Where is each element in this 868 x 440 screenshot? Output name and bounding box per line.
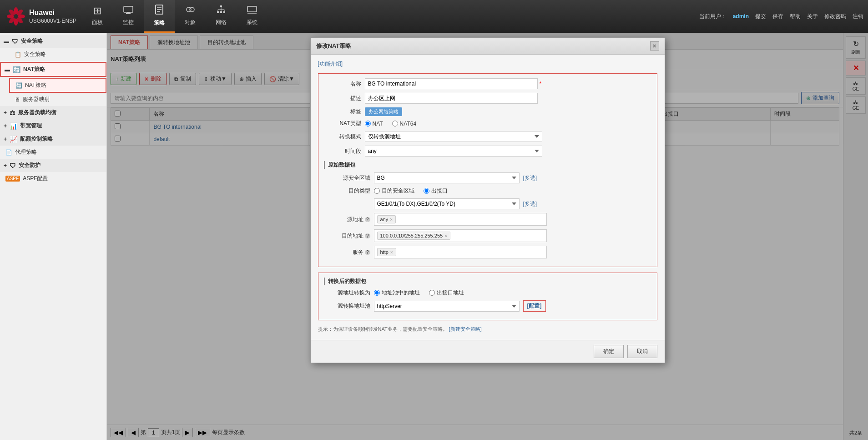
nav-policy-label: 策略 — [154, 19, 165, 27]
radio-dst-zone-input[interactable] — [374, 188, 380, 194]
huawei-logo-icon — [6, 7, 25, 26]
sidebar-item-quota[interactable]: + 📈 配额控制策略 — [0, 132, 106, 146]
form-row-name: 名称 * — [324, 78, 651, 89]
form-row-src-pool: 源转换地址池 httpServer [配置] — [324, 300, 651, 312]
help-btn[interactable]: 帮助 — [790, 13, 801, 20]
change-pwd-btn[interactable]: 修改密码 — [824, 13, 846, 20]
plus-icon: + — [4, 110, 7, 116]
time-select[interactable]: any — [365, 146, 542, 157]
nav-network[interactable]: 网络 — [206, 0, 237, 33]
nav-panel[interactable]: ⊞ 面板 — [82, 0, 113, 33]
ok-btn[interactable]: 确定 — [594, 345, 624, 358]
service-field[interactable]: http × — [374, 246, 547, 258]
form-row-conv-mode: 转换模式 仅转换源地址 — [324, 131, 651, 142]
network-icon — [216, 5, 226, 17]
svg-rect-18 — [217, 11, 219, 13]
form-row-nat-type: NAT类型 NAT NAT64 — [324, 120, 651, 127]
nav-policy[interactable]: 策略 — [144, 0, 175, 33]
radio-dst-iface-input[interactable] — [424, 188, 429, 194]
nav-items: ⊞ 面板 监控 策略 对象 网络 — [82, 0, 267, 33]
radio-nat64-label: NAT64 — [400, 121, 416, 127]
form-row-desc: 描述 — [324, 93, 651, 104]
desc-label: 描述 — [324, 95, 365, 102]
radio-iface-addr[interactable]: 出接口地址 — [429, 289, 464, 297]
radio-dst-zone-label: 目的安全区域 — [382, 187, 414, 195]
modal-title: 修改NAT策略 — [316, 42, 352, 50]
src-addr-help-icon[interactable]: ? — [365, 217, 370, 222]
radio-dst-iface[interactable]: 出接口 — [424, 187, 448, 195]
about-btn[interactable]: 关于 — [807, 13, 818, 20]
sidebar-item-aspf[interactable]: ASPF ASPF配置 — [0, 172, 106, 185]
logo-text: Huawei USG6000V1-ENSP — [29, 8, 76, 25]
modal-close-btn[interactable]: × — [650, 41, 659, 51]
sidebar-item-bandwidth[interactable]: + 📊 带宽管理 — [0, 119, 106, 132]
dst-addr-field[interactable]: 100.0.0.10/255.255.255.255 × — [374, 229, 547, 242]
dst-addr-help-icon[interactable]: ? — [365, 233, 370, 238]
radio-nat[interactable]: NAT — [365, 121, 383, 127]
config-btn[interactable]: [配置] — [523, 300, 546, 312]
radio-iface-addr-input[interactable] — [429, 290, 435, 296]
src-addr-remove[interactable]: × — [390, 217, 393, 222]
conv-mode-select[interactable]: 仅转换源地址 — [365, 131, 542, 142]
dst-value-select[interactable]: GE1/0/1(To DX),GE1/0/2(To YD) — [374, 198, 520, 209]
new-policy-link[interactable]: [新建安全策略] — [449, 326, 482, 332]
radio-addr-pool-label: 地址池中的地址 — [382, 289, 420, 297]
service-remove[interactable]: × — [390, 250, 393, 255]
hint-text: 提示：为保证设备顺利转发NAT业务，需要配置安全策略。 — [318, 326, 448, 332]
aspf-icon: ASPF — [5, 176, 20, 182]
sidebar-item-security-protect[interactable]: + 🛡 安全防护 — [0, 159, 106, 172]
service-help-icon[interactable]: ? — [365, 250, 370, 255]
nat-type-radio-group: NAT NAT64 — [365, 121, 417, 127]
src-addr-field[interactable]: any × — [374, 213, 547, 226]
original-section-title: 原始数据包 — [324, 161, 651, 169]
object-icon — [185, 5, 195, 17]
radio-dst-zone[interactable]: 目的安全区域 — [374, 187, 414, 195]
sidebar-item-proxy[interactable]: 📄 代理策略 — [0, 146, 106, 159]
src-zone-label: 源安全区域 — [324, 174, 374, 182]
name-input[interactable] — [365, 78, 538, 89]
sidebar-sub-security: 📋 安全策略 — [0, 48, 106, 61]
nat-minus-icon: ▬ — [5, 66, 10, 73]
sidebar-item-server-map[interactable]: 🖥 服务器映射 — [9, 93, 106, 106]
radio-nat-input[interactable] — [365, 121, 371, 126]
submit-btn[interactable]: 提交 — [755, 13, 766, 20]
dst-addr-tag: 100.0.0.10/255.255.255.255 × — [377, 232, 450, 240]
sidebar-item-security-policy[interactable]: ▬ 🛡 安全策略 — [0, 35, 106, 48]
radio-nat64-input[interactable] — [392, 121, 398, 126]
nav-system[interactable]: 系统 — [237, 0, 267, 33]
sidebar-item-server-lb[interactable]: + ⚖ 服务器负载均衡 — [0, 106, 106, 119]
sidebar-item-security-policy-sub[interactable]: 📋 安全策略 — [9, 48, 106, 61]
sidebar-item-nat-policy-sub[interactable]: 🔄 NAT策略 — [9, 78, 106, 93]
form-row-src-addr: 源地址 ? any × — [324, 213, 651, 226]
system-icon — [247, 5, 257, 17]
dst-addr-remove[interactable]: × — [444, 233, 447, 238]
modal-footer: 确定 取消 — [311, 340, 665, 363]
save-btn[interactable]: 保存 — [772, 13, 783, 20]
original-packet-section: 原始数据包 — [324, 161, 651, 169]
cancel-btn[interactable]: 取消 — [627, 345, 657, 358]
func-intro[interactable]: [功能介绍] — [318, 60, 657, 68]
src-pool-select[interactable]: httpServer — [374, 301, 520, 312]
form-row-dst-addr: 目的地址 ? 100.0.0.10/255.255.255.255 × — [324, 229, 651, 242]
form-row-tag: 标签 办公网络策略 — [324, 107, 651, 116]
sp-plus-icon: + — [4, 162, 7, 169]
radio-addr-pool[interactable]: 地址池中的地址 — [374, 289, 420, 297]
sidebar-item-nat-policy[interactable]: ▬ 🔄 NAT策略 — [0, 62, 106, 77]
sidebar-nat-policy-label: NAT策略 — [23, 66, 45, 73]
modal-header: 修改NAT策略 × — [311, 38, 665, 55]
src-pool-label: 源转换地址池 — [324, 302, 374, 310]
logout-btn[interactable]: 注销 — [853, 13, 863, 20]
svg-point-16 — [190, 7, 194, 12]
modify-nat-modal: 修改NAT策略 × [功能介绍] 名称 * 描述 标签 — [310, 37, 665, 363]
radio-dst-iface-label: 出接口 — [431, 187, 448, 195]
nav-object[interactable]: 对象 — [175, 0, 206, 33]
dst-multiselect-link[interactable]: [多选] — [520, 200, 537, 208]
desc-input[interactable] — [365, 93, 538, 104]
radio-nat64[interactable]: NAT64 — [392, 121, 416, 127]
dst-type-label: 目的类型 — [324, 187, 374, 195]
nav-monitor[interactable]: 监控 — [113, 0, 144, 33]
src-multiselect-link[interactable]: [多选] — [520, 174, 537, 182]
nav-object-label: 对象 — [185, 19, 196, 26]
src-zone-select[interactable]: BG — [374, 172, 520, 183]
radio-addr-pool-input[interactable] — [374, 290, 380, 296]
